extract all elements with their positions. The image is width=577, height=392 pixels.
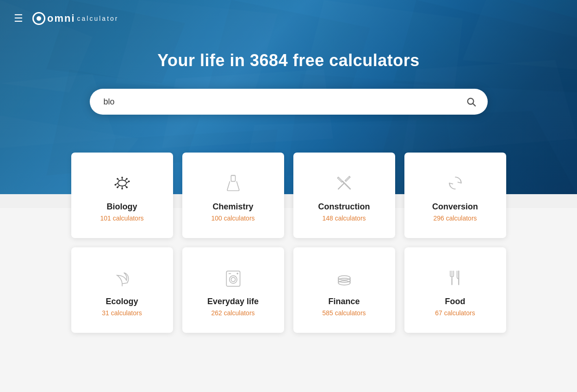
svg-rect-36 xyxy=(231,175,235,181)
svg-point-35 xyxy=(126,186,128,188)
finance-icon xyxy=(334,266,354,289)
svg-point-33 xyxy=(121,188,123,190)
finance-count: 585 calculators xyxy=(322,309,366,317)
construction-icon xyxy=(334,172,354,195)
chemistry-icon xyxy=(223,172,243,195)
card-everyday-life[interactable]: Everyday life 262 calculators xyxy=(182,247,284,333)
ecology-count: 31 calculators xyxy=(102,309,142,317)
everyday-life-title: Everyday life xyxy=(207,297,259,306)
svg-point-28 xyxy=(114,184,116,185)
hero-title: Your life in 3684 free calculators xyxy=(157,51,420,70)
svg-point-41 xyxy=(229,276,237,283)
search-input[interactable] xyxy=(90,89,488,115)
page-wrapper: ☰ omni calculator Your life in 3684 free… xyxy=(0,0,577,392)
logo-circle-icon xyxy=(32,12,45,25)
cards-row-2: Ecology 31 calculators Everyday life 262… xyxy=(46,247,531,333)
svg-point-45 xyxy=(338,281,350,285)
card-ecology[interactable]: Ecology 31 calculators xyxy=(71,247,173,333)
chemistry-title: Chemistry xyxy=(212,202,253,212)
svg-line-18 xyxy=(473,104,475,106)
svg-point-31 xyxy=(117,178,118,180)
svg-point-29 xyxy=(128,180,130,182)
svg-point-44 xyxy=(236,273,238,275)
ecology-title: Ecology xyxy=(105,297,138,306)
svg-point-42 xyxy=(231,277,235,282)
svg-point-34 xyxy=(117,186,118,188)
search-bar xyxy=(90,89,488,115)
ecology-icon xyxy=(112,266,132,289)
finance-title: Finance xyxy=(328,297,360,306)
svg-point-46 xyxy=(338,278,350,282)
conversion-count: 296 calculators xyxy=(433,214,477,222)
food-count: 67 calculators xyxy=(435,309,475,317)
svg-line-39 xyxy=(338,183,344,189)
biology-title: Biology xyxy=(107,202,137,212)
card-food[interactable]: Food 67 calculators xyxy=(404,247,506,333)
conversion-title: Conversion xyxy=(432,202,478,212)
card-conversion[interactable]: Conversion 296 calculators xyxy=(404,153,506,238)
everyday-life-count: 262 calculators xyxy=(211,309,254,317)
construction-title: Construction xyxy=(318,202,370,212)
menu-icon[interactable]: ☰ xyxy=(14,13,23,24)
svg-point-30 xyxy=(121,177,123,178)
card-construction[interactable]: Construction 148 calculators xyxy=(293,153,395,238)
biology-count: 101 calculators xyxy=(100,214,143,222)
svg-point-47 xyxy=(338,276,350,280)
search-icon xyxy=(466,97,476,107)
svg-line-38 xyxy=(342,181,350,189)
cards-row-1: Biology 101 calculators Chemistry 100 ca… xyxy=(46,153,531,238)
card-chemistry[interactable]: Chemistry 100 calculators xyxy=(182,153,284,238)
card-finance[interactable]: Finance 585 calculators xyxy=(293,247,395,333)
svg-point-32 xyxy=(126,178,128,180)
logo-brand: omni xyxy=(47,12,75,24)
food-icon xyxy=(445,266,465,289)
conversion-icon xyxy=(445,172,465,195)
card-biology[interactable]: Biology 101 calculators xyxy=(71,153,173,238)
logo-suffix: calculator xyxy=(77,15,119,22)
chemistry-count: 100 calculators xyxy=(211,214,254,222)
construction-count: 148 calculators xyxy=(322,214,366,222)
everyday-icon xyxy=(223,266,243,289)
header: ☰ omni calculator xyxy=(0,0,577,37)
food-title: Food xyxy=(445,297,465,306)
biology-icon xyxy=(112,172,132,195)
cards-container: Biology 101 calculators Chemistry 100 ca… xyxy=(0,153,577,342)
search-button[interactable] xyxy=(463,93,479,110)
logo[interactable]: omni calculator xyxy=(32,12,118,25)
